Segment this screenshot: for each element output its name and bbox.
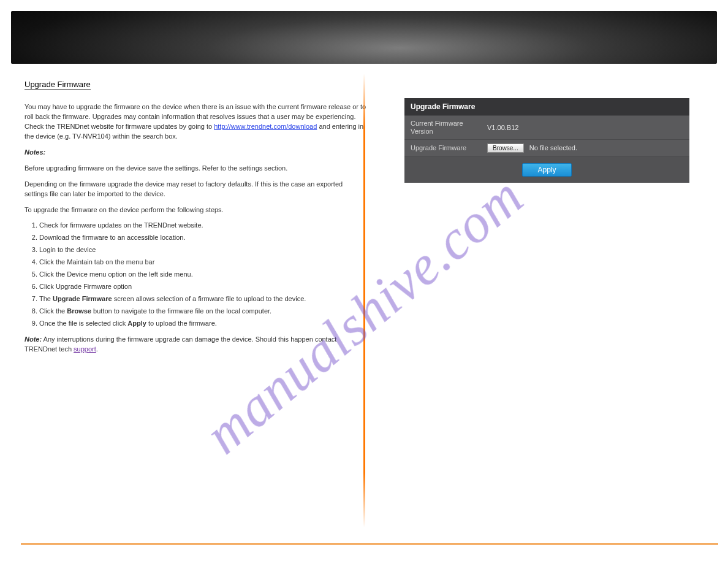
note-2: Depending on the firmware upgrade the de… (25, 180, 368, 199)
notes-label: Notes: (25, 148, 45, 156)
version-value: V1.00.B12 (487, 124, 518, 131)
step-1: Check for firmware updates on the TRENDn… (39, 221, 368, 231)
version-label: Current Firmware Version (411, 120, 487, 136)
step9-suffix: to upload the firmware. (146, 320, 217, 327)
step-2: Download the firmware to an accessible l… (39, 233, 368, 243)
step-7: The Upgrade Firmware screen allows selec… (39, 294, 368, 304)
step-3: Login to the device (39, 245, 368, 255)
download-link[interactable]: http://www.trendnet.com/download (214, 123, 317, 130)
section-title: Upgrade Firmware (25, 80, 91, 90)
panel-row-upgrade: Upgrade Firmware Browse... No file selec… (404, 139, 689, 156)
header-banner (11, 11, 717, 64)
tech-note-label: Note: (25, 335, 42, 343)
step-8: Click the Browse button to navigate to t… (39, 307, 368, 316)
instructions-intro: To upgrade the firmware on the device pe… (25, 205, 368, 215)
step7-suffix: screen allows selection of a firmware fi… (112, 295, 306, 302)
steps-list: Check for firmware updates on the TRENDn… (39, 221, 368, 328)
intro-text: You may have to upgrade the firmware on … (25, 102, 368, 354)
panel-row-version: Current Firmware Version V1.00.B12 (404, 115, 689, 139)
step9-prefix: Once the file is selected click (39, 320, 127, 327)
tech-note-prefix: Any interruptions during the firmware up… (25, 335, 336, 353)
panel-footer: Apply (404, 156, 689, 183)
step-4: Click the Maintain tab on the menu bar (39, 258, 368, 267)
browse-button[interactable]: Browse... (487, 144, 524, 153)
step-9: Once the file is selected click Apply to… (39, 319, 368, 329)
upgrade-label: Upgrade Firmware (411, 144, 487, 152)
step-5: Click the Device menu option on the left… (39, 270, 368, 280)
step9-bold: Apply (127, 320, 146, 327)
support-link[interactable]: support (74, 345, 96, 353)
step-6: Click Upgrade Firmware option (39, 282, 368, 292)
step8-prefix: Click the (39, 307, 67, 315)
tech-note-suffix: . (96, 345, 98, 353)
no-file-text: No file selected. (529, 144, 577, 151)
panel-title: Upgrade Firmware (404, 98, 689, 115)
step7-bold: Upgrade Firmware (53, 295, 112, 302)
column-divider (363, 74, 365, 527)
step8-bold: Browse (67, 307, 91, 315)
step7-prefix: The (39, 295, 53, 302)
step8-suffix: button to navigate to the firmware file … (91, 307, 271, 315)
firmware-panel: Upgrade Firmware Current Firmware Versio… (404, 98, 689, 183)
note-1: Before upgrading firmware on the device … (25, 164, 368, 174)
footer-rule (21, 543, 718, 545)
tech-note: Note: Any interruptions during the firmw… (25, 335, 368, 354)
apply-button[interactable]: Apply (522, 163, 571, 177)
